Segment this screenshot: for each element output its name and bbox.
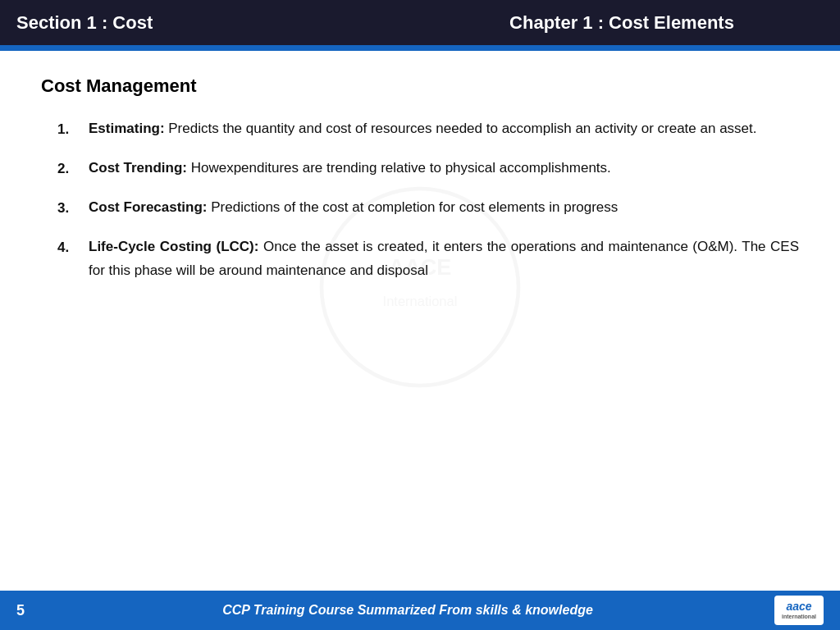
- cost-management-list: Estimating: Predicts the quantity and co…: [41, 117, 799, 282]
- page-number: 5: [16, 602, 41, 619]
- page-footer: 5 CCP Training Course Summarized From sk…: [0, 591, 840, 630]
- item-2-description: Howexpenditures are trending relative to…: [187, 160, 611, 176]
- list-item-content-1: Estimating: Predicts the quantity and co…: [89, 117, 799, 142]
- item-4-term: Life-Cycle Costing (LCC):: [89, 239, 258, 254]
- chapter-label: Chapter 1 : Cost Elements: [420, 12, 824, 34]
- footer-title: CCP Training Course Summarized From skil…: [41, 603, 774, 618]
- list-item: Cost Trending: Howexpenditures are trend…: [57, 157, 799, 181]
- list-item-content-3: Cost Forecasting: Predictions of the cos…: [89, 196, 799, 221]
- logo-subtext: international: [782, 614, 816, 620]
- section-label: Section 1 : Cost: [16, 12, 420, 34]
- list-item-content-2: Cost Trending: Howexpenditures are trend…: [89, 157, 799, 181]
- list-item: Life-Cycle Costing (LCC): Once the asset…: [57, 235, 799, 283]
- item-2-term: Cost Trending:: [89, 160, 187, 176]
- item-3-description: Predictions of the cost at completion fo…: [208, 199, 619, 215]
- logo-text: aace: [782, 600, 816, 614]
- page-header: Section 1 : Cost Chapter 1 : Cost Elemen…: [0, 0, 840, 48]
- item-1-term: Estimating:: [89, 121, 165, 136]
- list-item: Estimating: Predicts the quantity and co…: [57, 117, 799, 142]
- main-content: Cost Management Estimating: Predicts the…: [0, 51, 840, 313]
- section-title: Cost Management: [41, 75, 799, 97]
- list-item-content-4: Life-Cycle Costing (LCC): Once the asset…: [89, 235, 799, 283]
- footer-logo: aace international: [774, 596, 824, 625]
- list-item: Cost Forecasting: Predictions of the cos…: [57, 196, 799, 221]
- item-1-description: Predicts the quantity and cost of resour…: [165, 121, 757, 136]
- item-3-term: Cost Forecasting:: [89, 199, 208, 215]
